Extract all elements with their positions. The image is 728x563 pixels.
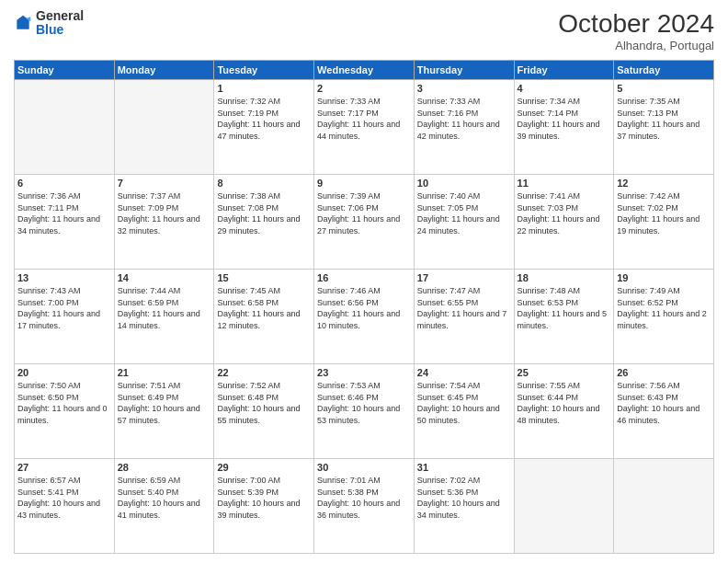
day-info: Sunrise: 7:42 AMSunset: 7:02 PMDaylight:… [617, 190, 711, 236]
daylight: Daylight: 11 hours and 42 minutes. [417, 120, 500, 141]
day-number: 3 [417, 83, 511, 94]
sunrise: Sunrise: 7:51 AM [118, 381, 181, 390]
daylight: Daylight: 10 hours and 43 minutes. [17, 499, 100, 520]
sunset: Sunset: 7:00 PM [17, 298, 79, 307]
sunrise: Sunrise: 7:33 AM [317, 97, 381, 106]
sunset: Sunset: 7:06 PM [317, 203, 379, 213]
calendar-cell: 4Sunrise: 7:34 AMSunset: 7:14 PMDaylight… [514, 80, 614, 175]
calendar-cell: 22Sunrise: 7:52 AMSunset: 6:48 PMDayligh… [214, 364, 314, 459]
calendar-cell: 9Sunrise: 7:39 AMSunset: 7:06 PMDaylight… [314, 175, 415, 270]
calendar-cell: 5Sunrise: 7:35 AMSunset: 7:13 PMDaylight… [614, 80, 714, 175]
day-info: Sunrise: 7:40 AMSunset: 7:05 PMDaylight:… [417, 190, 511, 236]
calendar-cell: 23Sunrise: 7:53 AMSunset: 6:46 PMDayligh… [314, 364, 415, 459]
day-info: Sunrise: 7:00 AMSunset: 5:39 PMDaylight:… [217, 475, 311, 521]
day-header: Thursday [414, 61, 514, 80]
sunset: Sunset: 6:49 PM [118, 393, 179, 402]
calendar-cell: 15Sunrise: 7:45 AMSunset: 6:58 PMDayligh… [214, 270, 314, 364]
sunset: Sunset: 6:46 PM [317, 393, 379, 402]
sunrise: Sunrise: 7:54 AM [417, 381, 481, 390]
day-number: 15 [217, 272, 311, 283]
day-number: 7 [118, 178, 211, 189]
sunset: Sunset: 5:36 PM [417, 488, 479, 497]
sunset: Sunset: 6:50 PM [17, 393, 79, 402]
sunset: Sunset: 6:52 PM [617, 298, 678, 307]
day-info: Sunrise: 7:35 AMSunset: 7:13 PMDaylight:… [617, 96, 711, 142]
day-number: 24 [417, 367, 511, 378]
logo-blue: Blue [36, 23, 84, 37]
calendar-cell: 7Sunrise: 7:37 AMSunset: 7:09 PMDaylight… [114, 175, 214, 270]
day-info: Sunrise: 7:50 AMSunset: 6:50 PMDaylight:… [17, 380, 111, 426]
day-info: Sunrise: 7:43 AMSunset: 7:00 PMDaylight:… [17, 285, 111, 331]
calendar-cell: 29Sunrise: 7:00 AMSunset: 5:39 PMDayligh… [214, 459, 314, 554]
month-title: October 2024 [558, 9, 714, 39]
day-info: Sunrise: 7:32 AMSunset: 7:19 PMDaylight:… [217, 96, 311, 142]
sunrise: Sunrise: 7:47 AM [417, 286, 481, 295]
logo-general: General [36, 9, 84, 23]
sunrise: Sunrise: 7:38 AM [217, 191, 280, 201]
header: General Blue October 2024 Alhandra, Port… [14, 9, 714, 52]
calendar-page: General Blue October 2024 Alhandra, Port… [0, 0, 728, 563]
daylight: Daylight: 11 hours and 17 minutes. [17, 309, 100, 330]
logo: General Blue [14, 9, 84, 38]
day-number: 4 [518, 83, 611, 94]
daylight: Daylight: 10 hours and 53 minutes. [317, 404, 400, 425]
daylight: Daylight: 10 hours and 55 minutes. [217, 404, 300, 425]
sunset: Sunset: 6:45 PM [417, 393, 479, 402]
calendar-cell: 17Sunrise: 7:47 AMSunset: 6:55 PMDayligh… [414, 270, 514, 364]
calendar-week-row: 1Sunrise: 7:32 AMSunset: 7:19 PMDaylight… [15, 80, 714, 175]
calendar-header-row: SundayMondayTuesdayWednesdayThursdayFrid… [15, 61, 714, 80]
location: Alhandra, Portugal [558, 39, 714, 52]
day-header: Tuesday [214, 61, 314, 80]
day-number: 25 [518, 367, 611, 378]
logo-icon [14, 14, 32, 32]
sunrise: Sunrise: 7:43 AM [17, 286, 81, 295]
calendar-cell: 20Sunrise: 7:50 AMSunset: 6:50 PMDayligh… [15, 364, 115, 459]
day-number: 20 [17, 367, 111, 378]
calendar-cell: 19Sunrise: 7:49 AMSunset: 6:52 PMDayligh… [614, 270, 714, 364]
sunset: Sunset: 5:40 PM [118, 488, 179, 497]
sunset: Sunset: 6:48 PM [217, 393, 279, 402]
daylight: Daylight: 11 hours and 22 minutes. [518, 214, 600, 236]
daylight: Daylight: 11 hours and 19 minutes. [617, 214, 700, 236]
sunset: Sunset: 6:55 PM [417, 298, 479, 307]
daylight: Daylight: 10 hours and 46 minutes. [617, 404, 700, 425]
daylight: Daylight: 10 hours and 57 minutes. [118, 404, 200, 425]
day-header: Saturday [614, 61, 714, 80]
sunrise: Sunrise: 7:49 AM [617, 286, 680, 295]
day-number: 16 [317, 272, 411, 283]
calendar-cell [114, 80, 214, 175]
sunrise: Sunrise: 6:57 AM [17, 476, 81, 485]
day-number: 26 [617, 367, 711, 378]
sunrise: Sunrise: 7:37 AM [118, 191, 181, 201]
day-number: 17 [417, 272, 511, 283]
sunrise: Sunrise: 7:42 AM [617, 191, 680, 201]
sunrise: Sunrise: 7:35 AM [617, 97, 680, 106]
calendar-cell: 10Sunrise: 7:40 AMSunset: 7:05 PMDayligh… [414, 175, 514, 270]
sunrise: Sunrise: 7:53 AM [317, 381, 381, 390]
day-number: 8 [217, 178, 311, 189]
day-number: 6 [17, 178, 111, 189]
daylight: Daylight: 11 hours and 44 minutes. [317, 120, 400, 141]
day-number: 9 [317, 178, 411, 189]
day-info: Sunrise: 7:49 AMSunset: 6:52 PMDaylight:… [617, 285, 711, 331]
day-number: 1 [217, 83, 311, 94]
day-info: Sunrise: 6:59 AMSunset: 5:40 PMDaylight:… [118, 475, 211, 521]
sunset: Sunset: 7:16 PM [417, 109, 479, 118]
sunrise: Sunrise: 7:52 AM [217, 381, 280, 390]
calendar-cell: 2Sunrise: 7:33 AMSunset: 7:17 PMDaylight… [314, 80, 415, 175]
calendar-cell [514, 459, 614, 554]
daylight: Daylight: 10 hours and 34 minutes. [417, 499, 500, 520]
calendar-cell: 21Sunrise: 7:51 AMSunset: 6:49 PMDayligh… [114, 364, 214, 459]
day-info: Sunrise: 7:33 AMSunset: 7:16 PMDaylight:… [417, 96, 511, 142]
calendar-cell: 27Sunrise: 6:57 AMSunset: 5:41 PMDayligh… [15, 459, 115, 554]
calendar-table: SundayMondayTuesdayWednesdayThursdayFrid… [14, 60, 714, 554]
daylight: Daylight: 10 hours and 41 minutes. [118, 499, 200, 520]
calendar-cell: 18Sunrise: 7:48 AMSunset: 6:53 PMDayligh… [514, 270, 614, 364]
day-info: Sunrise: 7:39 AMSunset: 7:06 PMDaylight:… [317, 190, 411, 236]
sunset: Sunset: 7:14 PM [518, 109, 579, 118]
day-number: 29 [217, 462, 311, 473]
day-info: Sunrise: 7:37 AMSunset: 7:09 PMDaylight:… [118, 190, 211, 236]
day-number: 14 [118, 272, 211, 283]
day-info: Sunrise: 7:38 AMSunset: 7:08 PMDaylight:… [217, 190, 311, 236]
calendar-cell: 30Sunrise: 7:01 AMSunset: 5:38 PMDayligh… [314, 459, 415, 554]
